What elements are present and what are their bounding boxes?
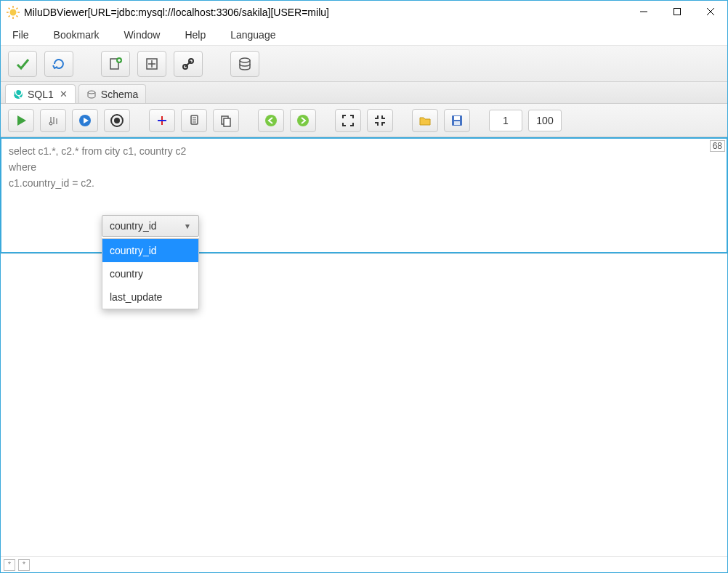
tab-schema[interactable]: Schema bbox=[78, 84, 146, 103]
menubar: File Bookmark Window Help Language bbox=[1, 24, 727, 46]
rollback-button[interactable] bbox=[44, 51, 73, 77]
row-from-input[interactable] bbox=[489, 110, 522, 131]
svg-line-6 bbox=[17, 16, 18, 17]
tab-label: SQL1 bbox=[28, 89, 54, 100]
autocomplete-item[interactable]: country bbox=[102, 262, 198, 285]
svg-point-22 bbox=[240, 58, 250, 62]
connection-button[interactable] bbox=[174, 51, 203, 77]
explain-button[interactable] bbox=[40, 109, 66, 132]
tab-sql1[interactable]: SQL SQL1 ✕ bbox=[5, 84, 76, 103]
svg-line-7 bbox=[17, 8, 18, 9]
autocomplete-selected-value: country_id bbox=[110, 220, 157, 232]
menu-help[interactable]: Help bbox=[180, 26, 210, 44]
autocomplete-item[interactable]: country_id bbox=[102, 239, 198, 262]
svg-rect-42 bbox=[224, 118, 230, 126]
record-button[interactable] bbox=[104, 109, 130, 132]
titlebar: MiluDBViewer[URL=jdbc:mysql://localhost:… bbox=[1, 1, 727, 24]
autocomplete-combobox[interactable]: country_id ▼ bbox=[102, 215, 199, 237]
autocomplete-item[interactable]: last_update bbox=[102, 285, 198, 309]
status-box-2[interactable]: * bbox=[18, 559, 30, 571]
copy-button[interactable] bbox=[181, 109, 207, 132]
menu-language[interactable]: Language bbox=[226, 26, 280, 44]
svg-rect-46 bbox=[454, 116, 460, 120]
next-button[interactable] bbox=[290, 109, 316, 132]
autocomplete-popup: country_id ▼ country_id country last_upd… bbox=[102, 215, 199, 309]
svg-point-34 bbox=[114, 118, 120, 123]
tab-label: Schema bbox=[101, 89, 138, 100]
play-circle-button[interactable] bbox=[72, 109, 98, 132]
svg-point-25 bbox=[88, 91, 95, 94]
new-schema-tab-button[interactable] bbox=[137, 51, 166, 77]
prev-button[interactable] bbox=[258, 109, 284, 132]
svg-rect-10 bbox=[674, 9, 681, 15]
menu-file[interactable]: File bbox=[8, 26, 33, 44]
svg-line-8 bbox=[9, 16, 10, 17]
status-box-1[interactable]: * bbox=[4, 559, 15, 571]
tab-close-icon[interactable]: ✕ bbox=[60, 89, 68, 99]
new-button[interactable] bbox=[149, 109, 175, 132]
sql-editor[interactable]: select c1.*, c2.* from city c1, country … bbox=[1, 139, 727, 195]
maximize-button[interactable] bbox=[660, 1, 694, 23]
commit-button[interactable] bbox=[8, 51, 37, 77]
tab-bar: SQL SQL1 ✕ Schema bbox=[1, 82, 727, 104]
svg-point-27 bbox=[49, 122, 52, 125]
row-to-input[interactable] bbox=[528, 110, 562, 131]
autocomplete-list: country_id country last_update bbox=[102, 238, 199, 309]
status-bar: * * bbox=[1, 556, 727, 572]
schema-icon bbox=[86, 89, 97, 99]
duplicate-button[interactable] bbox=[213, 109, 239, 132]
menu-window[interactable]: Window bbox=[120, 26, 165, 44]
chevron-down-icon: ▼ bbox=[184, 222, 191, 230]
app-icon bbox=[7, 6, 20, 19]
window-title: MiluDBViewer[URL=jdbc:mysql://localhost:… bbox=[24, 7, 627, 18]
svg-text:SQL: SQL bbox=[13, 89, 23, 98]
collapse-button[interactable] bbox=[367, 109, 393, 132]
svg-point-43 bbox=[265, 115, 277, 126]
sql-toolbar bbox=[1, 104, 727, 137]
save-button[interactable] bbox=[444, 109, 470, 132]
svg-point-44 bbox=[297, 115, 309, 126]
new-sql-tab-button[interactable] bbox=[101, 51, 130, 77]
menu-bookmark[interactable]: Bookmark bbox=[49, 26, 104, 44]
database-button[interactable] bbox=[230, 51, 259, 77]
expand-button[interactable] bbox=[335, 109, 361, 132]
svg-rect-47 bbox=[454, 121, 460, 125]
sql-icon: SQL bbox=[13, 89, 23, 99]
main-toolbar bbox=[1, 46, 727, 82]
minimize-button[interactable] bbox=[627, 1, 660, 23]
svg-point-0 bbox=[10, 9, 17, 16]
open-folder-button[interactable] bbox=[412, 109, 438, 132]
svg-line-5 bbox=[9, 8, 10, 9]
execute-button[interactable] bbox=[8, 109, 34, 132]
close-button[interactable] bbox=[694, 1, 727, 23]
char-count-badge: 68 bbox=[710, 140, 725, 152]
svg-marker-26 bbox=[17, 115, 26, 126]
